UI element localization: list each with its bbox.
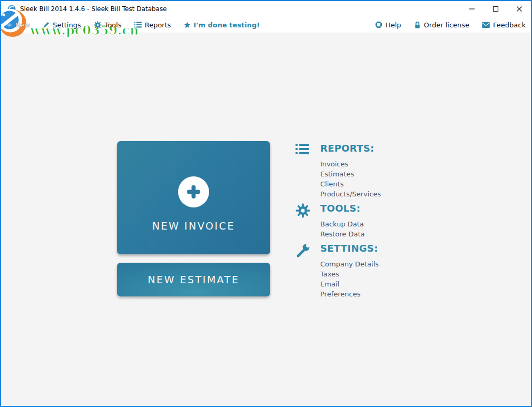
section-item-clients[interactable]: Clients [320,179,381,189]
minimize-icon [469,4,475,14]
main-area: NEW INVOICE NEW ESTIMATE REPORTS:Invoice… [1,33,531,406]
window-title: Sleek Bill 2014 1.4.6 - Sleek Bill Test … [20,5,167,13]
section-body: SETTINGS:Company DetailsTaxesEmailPrefer… [320,243,379,300]
close-icon [516,4,523,14]
menu-item-help[interactable]: Help [375,21,401,29]
section-item-taxes[interactable]: Taxes [320,269,379,279]
plus-circle-icon [178,176,209,207]
menubar-right: HelpOrder licenseFeedback [375,21,527,29]
window-controls [460,1,531,17]
wrench-icon [295,243,320,300]
list-icon-large [295,143,320,200]
section-body: TOOLS:Backup DataRestore Data [320,203,365,240]
app-window: Sleek Bill 2014 1.4.6 - Sleek Bill Test … [0,0,532,407]
section-reports: REPORTS:InvoicesEstimatesClientsProducts… [295,143,443,200]
menu-item-new[interactable]: New [6,21,30,29]
menu-item-feedback[interactable]: Feedback [482,21,526,29]
menu-item-label: Settings [53,21,81,29]
menu-item-label: New [15,21,30,29]
maximize-button[interactable] [484,1,507,17]
section-item-restore-data[interactable]: Restore Data [320,229,365,239]
new-estimate-label: NEW ESTIMATE [148,274,240,285]
app-icon [7,5,16,13]
section-item-invoices[interactable]: Invoices [320,159,381,169]
menu-item-label: Feedback [493,21,526,29]
menu-item-label: Tools [105,21,122,29]
menu-item-i-m-done-testing[interactable]: I'm done testing! [184,21,260,29]
menu-item-reports[interactable]: Reports [134,21,171,29]
new-invoice-button[interactable]: NEW INVOICE [117,141,270,254]
quick-links-panel: REPORTS:InvoicesEstimatesClientsProducts… [295,143,443,303]
section-items: InvoicesEstimatesClientsProducts/Service… [320,159,381,199]
plus-icon [6,22,12,28]
section-items: Backup DataRestore Data [320,219,365,239]
section-body: REPORTS:InvoicesEstimatesClientsProducts… [320,143,381,200]
menu-item-label: Reports [145,21,171,29]
gear-icon-large [295,203,320,240]
star-icon [184,22,191,28]
titlebar: Sleek Bill 2014 1.4.6 - Sleek Bill Test … [1,1,531,17]
section-item-estimates[interactable]: Estimates [320,169,381,179]
menubar-left: NewSettingsToolsReportsI'm done testing! [5,21,260,29]
section-title: SETTINGS: [320,243,379,254]
list-icon [134,22,142,28]
pencil-icon [43,22,50,28]
maximize-icon [492,4,499,14]
section-item-products-services[interactable]: Products/Services [320,189,381,199]
section-item-backup-data[interactable]: Backup Data [320,219,365,229]
section-items: Company DetailsTaxesEmailPreferences [320,259,379,299]
new-estimate-button[interactable]: NEW ESTIMATE [117,263,270,296]
section-item-preferences[interactable]: Preferences [320,289,379,299]
section-title: REPORTS: [320,143,381,154]
new-invoice-label: NEW INVOICE [117,220,270,232]
section-tools: TOOLS:Backup DataRestore Data [295,203,443,240]
section-settings: SETTINGS:Company DetailsTaxesEmailPrefer… [295,243,443,300]
menu-item-label: Order license [424,21,469,29]
section-item-company-details[interactable]: Company Details [320,259,379,269]
section-item-email[interactable]: Email [320,279,379,289]
menu-item-order-license[interactable]: Order license [414,21,469,29]
menu-item-label: Help [386,21,401,29]
section-title: TOOLS: [320,203,365,214]
menu-item-tools[interactable]: Tools [94,21,122,29]
close-button[interactable] [507,1,531,17]
help-icon [375,21,382,28]
gear-icon [94,21,102,29]
minimize-button[interactable] [460,1,484,17]
menubar: NewSettingsToolsReportsI'm done testing!… [1,17,531,33]
menu-item-label: I'm done testing! [194,21,260,29]
envelope-icon [482,22,490,28]
lock-icon [414,21,421,29]
menu-item-settings[interactable]: Settings [43,21,81,29]
